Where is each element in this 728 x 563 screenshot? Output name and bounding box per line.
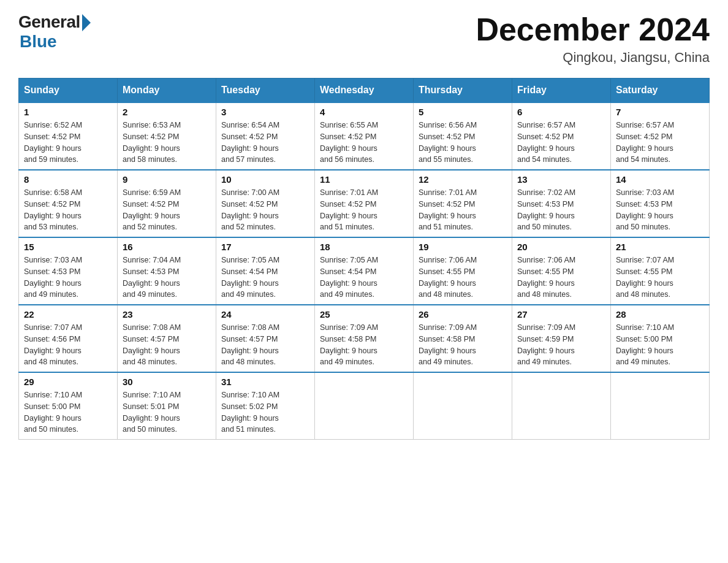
day-number: 4 — [320, 107, 408, 117]
day-number: 9 — [123, 174, 211, 185]
calendar-cell: 30 Sunrise: 7:10 AMSunset: 5:01 PMDaylig… — [118, 372, 216, 440]
sun-info: Sunrise: 7:00 AMSunset: 4:52 PMDaylight:… — [221, 188, 279, 231]
day-number: 1 — [24, 107, 112, 117]
sun-info: Sunrise: 7:09 AMSunset: 4:59 PMDaylight:… — [517, 323, 575, 366]
sun-info: Sunrise: 7:09 AMSunset: 4:58 PMDaylight:… — [320, 323, 378, 366]
sun-info: Sunrise: 6:54 AMSunset: 4:52 PMDaylight:… — [221, 121, 279, 164]
week-row-1: 1 Sunrise: 6:52 AMSunset: 4:52 PMDayligh… — [19, 102, 710, 170]
sun-info: Sunrise: 7:01 AMSunset: 4:52 PMDaylight:… — [419, 188, 477, 231]
logo-blue-text: Blue — [20, 32, 57, 52]
header-thursday: Thursday — [414, 79, 512, 103]
day-number: 8 — [24, 174, 112, 185]
calendar-cell — [414, 372, 512, 440]
calendar-cell: 5 Sunrise: 6:56 AMSunset: 4:52 PMDayligh… — [414, 102, 512, 170]
calendar-cell — [512, 372, 611, 440]
sun-info: Sunrise: 7:10 AMSunset: 5:00 PMDaylight:… — [24, 391, 82, 434]
day-number: 22 — [24, 309, 112, 320]
day-number: 11 — [320, 174, 408, 185]
week-row-3: 15 Sunrise: 7:03 AMSunset: 4:53 PMDaylig… — [19, 237, 710, 305]
header-saturday: Saturday — [611, 79, 710, 103]
sun-info: Sunrise: 7:08 AMSunset: 4:57 PMDaylight:… — [123, 323, 181, 366]
sun-info: Sunrise: 7:01 AMSunset: 4:52 PMDaylight:… — [320, 188, 378, 231]
week-row-4: 22 Sunrise: 7:07 AMSunset: 4:56 PMDaylig… — [19, 305, 710, 372]
day-number: 30 — [123, 377, 211, 387]
calendar-cell: 2 Sunrise: 6:53 AMSunset: 4:52 PMDayligh… — [118, 102, 216, 170]
sun-info: Sunrise: 7:06 AMSunset: 4:55 PMDaylight:… — [419, 256, 477, 299]
sun-info: Sunrise: 7:06 AMSunset: 4:55 PMDaylight:… — [517, 256, 575, 299]
day-number: 21 — [616, 242, 704, 252]
sun-info: Sunrise: 7:10 AMSunset: 5:02 PMDaylight:… — [221, 391, 279, 434]
logo-general-text: General — [18, 12, 80, 32]
sun-info: Sunrise: 6:52 AMSunset: 4:52 PMDaylight:… — [24, 121, 82, 164]
day-number: 28 — [616, 309, 704, 320]
day-number: 7 — [616, 107, 704, 117]
day-number: 15 — [24, 242, 112, 252]
day-number: 29 — [24, 377, 112, 387]
calendar-table: SundayMondayTuesdayWednesdayThursdayFrid… — [18, 78, 710, 440]
day-number: 19 — [419, 242, 507, 252]
header-tuesday: Tuesday — [216, 79, 315, 103]
sun-info: Sunrise: 7:10 AMSunset: 5:01 PMDaylight:… — [123, 391, 181, 434]
header-friday: Friday — [512, 79, 611, 103]
day-number: 2 — [123, 107, 211, 117]
sun-info: Sunrise: 7:05 AMSunset: 4:54 PMDaylight:… — [221, 256, 279, 299]
day-number: 17 — [221, 242, 309, 252]
week-row-2: 8 Sunrise: 6:58 AMSunset: 4:52 PMDayligh… — [19, 170, 710, 237]
day-number: 26 — [419, 309, 507, 320]
sun-info: Sunrise: 7:07 AMSunset: 4:55 PMDaylight:… — [616, 256, 674, 299]
day-number: 25 — [320, 309, 408, 320]
sun-info: Sunrise: 6:55 AMSunset: 4:52 PMDaylight:… — [320, 121, 378, 164]
calendar-cell: 11 Sunrise: 7:01 AMSunset: 4:52 PMDaylig… — [315, 170, 414, 237]
calendar-cell: 18 Sunrise: 7:05 AMSunset: 4:54 PMDaylig… — [315, 237, 414, 305]
calendar-cell: 25 Sunrise: 7:09 AMSunset: 4:58 PMDaylig… — [315, 305, 414, 372]
calendar-cell: 14 Sunrise: 7:03 AMSunset: 4:53 PMDaylig… — [611, 170, 710, 237]
calendar-cell: 9 Sunrise: 6:59 AMSunset: 4:52 PMDayligh… — [118, 170, 216, 237]
calendar-cell: 6 Sunrise: 6:57 AMSunset: 4:52 PMDayligh… — [512, 102, 611, 170]
sun-info: Sunrise: 6:58 AMSunset: 4:52 PMDaylight:… — [24, 188, 82, 231]
calendar-cell: 7 Sunrise: 6:57 AMSunset: 4:52 PMDayligh… — [611, 102, 710, 170]
calendar-cell: 19 Sunrise: 7:06 AMSunset: 4:55 PMDaylig… — [414, 237, 512, 305]
calendar-cell: 28 Sunrise: 7:10 AMSunset: 5:00 PMDaylig… — [611, 305, 710, 372]
calendar-cell: 24 Sunrise: 7:08 AMSunset: 4:57 PMDaylig… — [216, 305, 315, 372]
sun-info: Sunrise: 6:56 AMSunset: 4:52 PMDaylight:… — [419, 121, 477, 164]
sun-info: Sunrise: 6:57 AMSunset: 4:52 PMDaylight:… — [616, 121, 674, 164]
calendar-cell: 31 Sunrise: 7:10 AMSunset: 5:02 PMDaylig… — [216, 372, 315, 440]
calendar-cell: 20 Sunrise: 7:06 AMSunset: 4:55 PMDaylig… — [512, 237, 611, 305]
sun-info: Sunrise: 7:09 AMSunset: 4:58 PMDaylight:… — [419, 323, 477, 366]
calendar-cell: 27 Sunrise: 7:09 AMSunset: 4:59 PMDaylig… — [512, 305, 611, 372]
calendar-cell — [315, 372, 414, 440]
sun-info: Sunrise: 6:57 AMSunset: 4:52 PMDaylight:… — [517, 121, 575, 164]
calendar-cell: 4 Sunrise: 6:55 AMSunset: 4:52 PMDayligh… — [315, 102, 414, 170]
day-number: 16 — [123, 242, 211, 252]
day-number: 31 — [221, 377, 309, 387]
sun-info: Sunrise: 7:03 AMSunset: 4:53 PMDaylight:… — [24, 256, 82, 299]
day-number: 3 — [221, 107, 309, 117]
calendar-header-row: SundayMondayTuesdayWednesdayThursdayFrid… — [19, 79, 710, 103]
calendar-cell — [611, 372, 710, 440]
calendar-cell: 15 Sunrise: 7:03 AMSunset: 4:53 PMDaylig… — [19, 237, 118, 305]
sun-info: Sunrise: 7:08 AMSunset: 4:57 PMDaylight:… — [221, 323, 279, 366]
day-number: 18 — [320, 242, 408, 252]
header-wednesday: Wednesday — [315, 79, 414, 103]
sun-info: Sunrise: 7:02 AMSunset: 4:53 PMDaylight:… — [517, 188, 575, 231]
sun-info: Sunrise: 6:53 AMSunset: 4:52 PMDaylight:… — [123, 121, 181, 164]
day-number: 24 — [221, 309, 309, 320]
header-monday: Monday — [118, 79, 216, 103]
sun-info: Sunrise: 7:10 AMSunset: 5:00 PMDaylight:… — [616, 323, 674, 366]
calendar-subtitle: Qingkou, Jiangsu, China — [476, 50, 710, 66]
calendar-cell: 3 Sunrise: 6:54 AMSunset: 4:52 PMDayligh… — [216, 102, 315, 170]
calendar-title: December 2024 — [476, 12, 710, 47]
sun-info: Sunrise: 7:03 AMSunset: 4:53 PMDaylight:… — [616, 188, 674, 231]
calendar-cell: 12 Sunrise: 7:01 AMSunset: 4:52 PMDaylig… — [414, 170, 512, 237]
week-row-5: 29 Sunrise: 7:10 AMSunset: 5:00 PMDaylig… — [19, 372, 710, 440]
logo: General Blue — [18, 12, 91, 52]
calendar-cell: 23 Sunrise: 7:08 AMSunset: 4:57 PMDaylig… — [118, 305, 216, 372]
day-number: 23 — [123, 309, 211, 320]
calendar-cell: 22 Sunrise: 7:07 AMSunset: 4:56 PMDaylig… — [19, 305, 118, 372]
day-number: 20 — [517, 242, 605, 252]
calendar-cell: 8 Sunrise: 6:58 AMSunset: 4:52 PMDayligh… — [19, 170, 118, 237]
calendar-cell: 17 Sunrise: 7:05 AMSunset: 4:54 PMDaylig… — [216, 237, 315, 305]
day-number: 13 — [517, 174, 605, 185]
calendar-cell: 16 Sunrise: 7:04 AMSunset: 4:53 PMDaylig… — [118, 237, 216, 305]
header-sunday: Sunday — [19, 79, 118, 103]
